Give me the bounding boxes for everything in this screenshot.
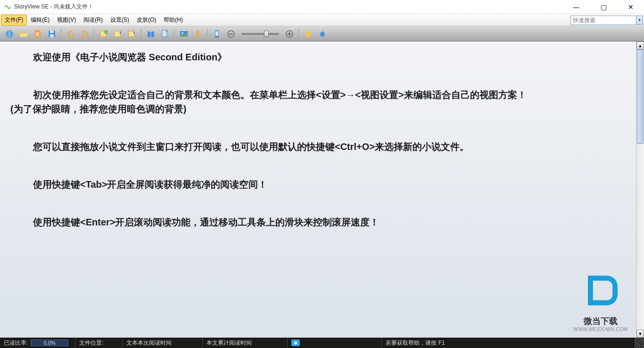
- app-icon: [4, 3, 11, 11]
- svg-rect-16: [215, 31, 218, 36]
- minimize-button[interactable]: —: [567, 1, 586, 13]
- repeat-right-icon[interactable]: [79, 28, 91, 40]
- page-icon[interactable]: [159, 28, 171, 40]
- mic-icon[interactable]: [192, 28, 204, 40]
- vertical-scrollbar[interactable]: ▲ ▼: [636, 41, 644, 338]
- svg-point-13: [182, 32, 183, 34]
- toolbar-separator: [141, 29, 142, 39]
- apple-icon[interactable]: [317, 28, 328, 40]
- zoom-slider[interactable]: [241, 33, 279, 35]
- status-badge-icon: ✱: [291, 340, 300, 346]
- window-controls: — ▢ ✕: [567, 1, 640, 13]
- titlebar: StoryView SE - 尚未载入文件！ — ▢ ✕: [0, 0, 644, 14]
- toolbar-separator: [207, 29, 208, 39]
- scrollbar-thumb[interactable]: [637, 50, 644, 144]
- status-indicator: ✱: [288, 338, 382, 348]
- toolbar-separator: [174, 29, 175, 39]
- close-button[interactable]: ✕: [621, 1, 640, 13]
- window-title: StoryView SE - 尚未载入文件！: [14, 3, 567, 11]
- content-paragraph: 使用快捷键<Enter>开启滚动阅读功能，通过移动工具条上的滑块来控制滚屏速度！: [5, 215, 639, 229]
- bookmark-add-icon[interactable]: +: [98, 28, 109, 40]
- zoom-in-icon[interactable]: [284, 28, 295, 40]
- watermark-url: WWW.WEIDOWN.COM: [573, 327, 627, 332]
- menu-view[interactable]: 视图(V): [53, 15, 80, 25]
- bookmark-next-icon[interactable]: [126, 28, 138, 40]
- watermark-logo-icon: [579, 269, 622, 312]
- slider-thumb[interactable]: [264, 31, 269, 37]
- menu-help[interactable]: 帮助(H): [160, 15, 187, 25]
- open-folder-icon[interactable]: [18, 28, 29, 40]
- watermark-text: 微当下载: [573, 315, 627, 327]
- status-session-time: 文本本次阅读时间: [123, 338, 203, 348]
- toolbar-separator: [298, 29, 299, 39]
- status-file-position: 文件位置:: [75, 338, 123, 348]
- svg-text:K: K: [36, 32, 40, 37]
- search-input[interactable]: [570, 16, 636, 25]
- svg-rect-5: [50, 34, 54, 37]
- phone-icon[interactable]: [211, 28, 223, 40]
- svg-rect-4: [50, 31, 54, 33]
- scroll-up-button[interactable]: ▲: [636, 41, 644, 50]
- search-dropdown-button[interactable]: ▼: [636, 16, 643, 25]
- menu-read[interactable]: 阅读(R): [80, 15, 107, 25]
- repeat-left-icon[interactable]: [65, 28, 76, 40]
- menu-edit[interactable]: 编辑(E): [27, 15, 53, 25]
- svg-text:+: +: [105, 31, 107, 34]
- watermark: 微当下载 WWW.WEIDOWN.COM: [573, 269, 627, 332]
- book-icon[interactable]: [145, 28, 157, 40]
- menu-file[interactable]: 文件(F): [1, 15, 27, 25]
- content-paragraph: (为了保护眼睛，推荐您使用暗色调的背景): [5, 102, 639, 116]
- clipboard-k-icon[interactable]: K: [32, 28, 43, 40]
- content-paragraph: 您可以直接拖放小说文件到主窗口来打开阅读，也可以使用默认的快捷键<Ctrl+O>…: [5, 140, 639, 154]
- zoom-out-icon[interactable]: [225, 28, 237, 40]
- resize-grip[interactable]: [635, 338, 644, 348]
- menu-settings[interactable]: 设置(S): [107, 15, 133, 25]
- image-icon[interactable]: [178, 28, 190, 40]
- menu-skin[interactable]: 皮肤(O): [133, 15, 160, 25]
- scroll-down-button[interactable]: ▼: [636, 330, 644, 338]
- status-total-time: 本文累计阅读时间: [203, 338, 288, 348]
- svg-rect-9: [115, 31, 120, 37]
- hand-icon[interactable]: [303, 28, 314, 40]
- toolbar-separator: [94, 29, 95, 39]
- menubar: 文件(F) 编辑(E) 视图(V) 阅读(R) 设置(S) 皮肤(O) 帮助(H…: [0, 14, 644, 26]
- welcome-heading: 欢迎使用《电子小说阅览器 Second Edition》: [5, 50, 639, 64]
- maximize-button[interactable]: ▢: [594, 1, 613, 13]
- toolbar: K +: [0, 26, 644, 41]
- reader-content: 欢迎使用《电子小说阅览器 Second Edition》 初次使用推荐您先设定适…: [0, 41, 644, 338]
- bookmark-prev-icon[interactable]: [112, 28, 124, 40]
- content-paragraph: 使用快捷键<Tab>开启全屏阅读获得最纯净的阅读空间！: [5, 177, 639, 191]
- statusbar: 已读比率: 0.0% 文件位置: 文本本次阅读时间 本文累计阅读时间 ✱ 若要获…: [0, 338, 644, 348]
- svg-rect-14: [197, 30, 199, 35]
- read-ratio-progress: 0.0%: [31, 340, 68, 346]
- content-paragraph: 初次使用推荐您先设定适合自己的背景和文本颜色。在菜单栏上选择<设置>→<视图设置…: [5, 88, 639, 102]
- save-icon[interactable]: [46, 28, 58, 40]
- status-help-hint: 若要获取帮助，请按 F1: [382, 338, 635, 348]
- globe-icon[interactable]: [4, 28, 15, 40]
- status-read-ratio: 已读比率: 0.0%: [0, 338, 75, 348]
- toolbar-separator: [61, 29, 62, 39]
